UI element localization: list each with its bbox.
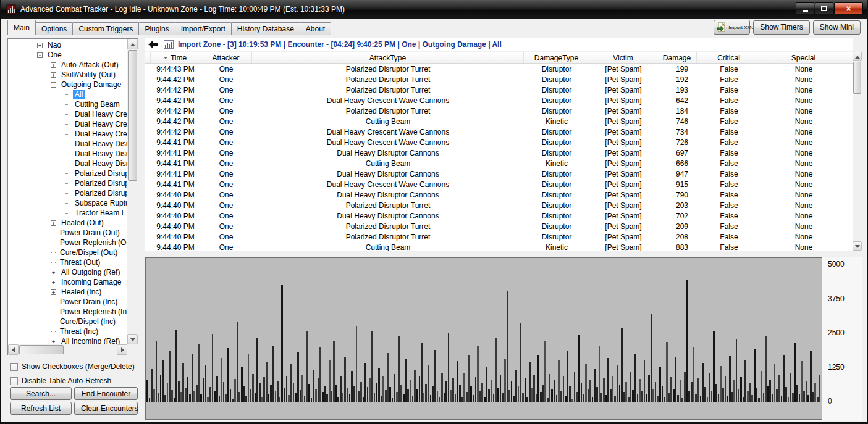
table-row[interactable]: 9:44:40 PMOneDual Heavy Disruptor Cannon… <box>145 189 853 200</box>
titlebar[interactable]: Advanced Combat Tracker - Log Idle - Unk… <box>1 0 867 19</box>
expand-icon[interactable]: + <box>51 220 56 226</box>
tree-item-dual-heavy-disrupt[interactable]: Dual Heavy Disrupt <box>9 139 127 149</box>
tab-custom-triggers[interactable]: Custom Triggers <box>72 22 139 35</box>
tree-item-power-replenish-inc[interactable]: Power Replenish (Inc) <box>9 307 127 317</box>
tree-item-threat-inc[interactable]: Threat (Inc) <box>9 326 127 336</box>
tree-horizontal-scrollbar[interactable] <box>8 344 127 355</box>
checkbox-unchecked-icon[interactable] <box>10 363 18 371</box>
scroll-up-button[interactable] <box>127 39 138 49</box>
tree-item-dual-heavy-cresce[interactable]: Dual Heavy Cresce <box>9 109 127 119</box>
show-timers-button[interactable]: Show Timers <box>753 20 809 35</box>
tree-item-threat-out[interactable]: Threat (Out) <box>9 257 127 267</box>
table-row[interactable]: 9:44:42 PMOneDual Heavy Crescent Wave Ca… <box>145 95 853 106</box>
column-header-time[interactable]: Time <box>151 52 200 63</box>
tree-item-dual-heavy-disrupt[interactable]: Dual Heavy Disrupt <box>9 149 127 159</box>
tree-item-incoming-damage[interactable]: +Incoming Damage <box>9 277 127 287</box>
table-vertical-scrollbar[interactable] <box>853 52 862 251</box>
encounter-graph-icon[interactable] <box>164 39 174 49</box>
clear-encounters-button[interactable]: Clear Encounters <box>74 402 138 415</box>
expand-icon[interactable]: + <box>51 72 56 78</box>
collapse-icon[interactable]: - <box>51 82 56 88</box>
column-header-victim[interactable]: Victim <box>589 52 657 63</box>
end-encounter-button[interactable]: End Encounter <box>74 387 138 400</box>
tree-item-polarized-disruptor[interactable]: Polarized Disruptor <box>9 168 127 178</box>
column-header-attacktype[interactable]: AttackType <box>252 52 524 63</box>
expand-icon[interactable]: + <box>51 62 56 68</box>
table-row[interactable]: 9:44:41 PMOneDual Heavy Disruptor Cannon… <box>145 168 853 179</box>
tree-item-cure-dispel-inc[interactable]: Cure/Dispel (Inc) <box>9 317 127 326</box>
tree-item-all-incoming-ref[interactable]: +All Incoming (Ref) <box>9 336 127 344</box>
tree-item-healed-out[interactable]: +Healed (Out) <box>9 218 127 228</box>
table-row[interactable]: 9:44:40 PMOneDual Heavy Disruptor Cannon… <box>145 210 853 221</box>
scroll-up-button[interactable] <box>853 52 862 61</box>
expand-icon[interactable]: + <box>51 280 56 285</box>
expand-icon[interactable]: + <box>51 289 56 295</box>
import-xml-button[interactable]: Import XML <box>714 20 750 35</box>
tree-item-polarized-disruptor[interactable]: Polarized Disruptor <box>9 178 127 188</box>
tab-history-database[interactable]: History Database <box>231 22 300 35</box>
scroll-down-button[interactable] <box>853 241 862 251</box>
tab-import-export[interactable]: Import/Export <box>175 22 232 35</box>
back-button[interactable] <box>147 39 159 49</box>
show-mini-button[interactable]: Show Mini <box>813 20 861 35</box>
column-header-damage[interactable]: Damage <box>657 52 697 63</box>
scroll-thumb[interactable] <box>853 62 861 94</box>
table-row[interactable]: 9:44:41 PMOneDual Heavy Crescent Wave Ca… <box>145 179 853 189</box>
close-button[interactable]: × <box>834 2 863 14</box>
tree-item-tractor-beam-i[interactable]: Tractor Beam I <box>9 208 127 218</box>
table-row[interactable]: 9:44:42 PMOnePolarized Disruptor TurretD… <box>145 74 853 85</box>
table-row[interactable]: 9:44:41 PMOneDual Heavy Crescent Wave Ca… <box>145 137 853 148</box>
scroll-thumb[interactable] <box>19 345 64 354</box>
tree-item-cure-dispel-out[interactable]: Cure/Dispel (Out) <box>9 247 127 257</box>
tree-item-power-replenish-out[interactable]: Power Replenish (Out) <box>9 238 127 247</box>
search-button[interactable]: Search... <box>10 387 72 400</box>
tree-item-cutting-beam[interactable]: Cutting Beam <box>9 99 127 109</box>
table-row[interactable]: 9:44:42 PMOneCutting BeamKinetic[Pet Spa… <box>145 116 853 127</box>
scroll-left-button[interactable] <box>8 344 19 355</box>
tree-item-power-drain-inc[interactable]: Power Drain (Inc) <box>9 297 127 307</box>
show-checkboxes-option[interactable]: Show Checkboxes (Merge/Delete) <box>10 362 135 371</box>
table-row[interactable]: 9:44:41 PMOneDual Heavy Disruptor Cannon… <box>145 148 853 158</box>
tree-item-subspace-rupture[interactable]: Subspace Rupture <box>9 198 127 208</box>
table-row[interactable]: 9:44:40 PMOnePolarized Disruptor TurretD… <box>145 200 853 210</box>
column-header-critical[interactable]: Critical <box>697 52 761 63</box>
tree-item-dual-heavy-cresce[interactable]: Dual Heavy Cresce <box>9 129 127 139</box>
table-row[interactable]: 9:44:40 PMOneCutting BeamKinetic[Pet Spa… <box>145 242 853 251</box>
table-row[interactable]: 9:44:42 PMOnePolarized Disruptor TurretD… <box>145 106 853 116</box>
tree-item-dual-heavy-cresce[interactable]: Dual Heavy Cresce <box>9 119 127 129</box>
disable-refresh-option[interactable]: Disable Table Auto-Refresh <box>10 376 111 385</box>
tree-item-outgoing-damage[interactable]: -Outgoing Damage <box>9 80 127 89</box>
table-row[interactable]: 9:44:42 PMOneDual Heavy Crescent Wave Ca… <box>145 127 853 137</box>
tree-item-one[interactable]: -One <box>9 50 127 60</box>
table-row[interactable]: 9:44:40 PMOnePolarized Disruptor TurretD… <box>145 231 853 242</box>
tree-vertical-scrollbar[interactable] <box>127 39 138 344</box>
tab-about[interactable]: About <box>300 22 331 35</box>
tree-item-skill-ability-out[interactable]: +Skill/Ability (Out) <box>9 70 127 80</box>
table-row[interactable]: 9:44:40 PMOnePolarized Disruptor TurretD… <box>145 221 853 231</box>
scroll-thumb[interactable] <box>128 50 137 181</box>
tree-item-all[interactable]: All <box>9 89 127 99</box>
maximize-button[interactable] <box>815 2 833 14</box>
column-header-attacker[interactable]: Attacker <box>200 52 252 63</box>
column-header-special[interactable]: Special <box>761 52 846 63</box>
tree-item-dual-heavy-disrupt[interactable]: Dual Heavy Disrupt <box>9 159 127 168</box>
collapse-icon[interactable]: - <box>37 52 43 58</box>
tree-item-power-drain-out[interactable]: Power Drain (Out) <box>9 228 127 238</box>
minimize-button[interactable] <box>796 2 814 14</box>
column-header-damagetype[interactable]: DamageType <box>524 52 589 63</box>
expand-icon[interactable]: + <box>51 339 56 344</box>
table-row[interactable]: 9:44:42 PMOnePolarized Disruptor TurretD… <box>145 85 853 95</box>
tree-item-all-outgoing-ref[interactable]: +All Outgoing (Ref) <box>9 267 127 277</box>
tree-item-auto-attack-out[interactable]: +Auto-Attack (Out) <box>9 60 127 70</box>
tree-item-healed-inc[interactable]: +Healed (Inc) <box>9 287 127 297</box>
expand-icon[interactable]: + <box>37 43 43 48</box>
checkbox-unchecked-icon[interactable] <box>10 377 18 385</box>
refresh-list-button[interactable]: Refresh List <box>10 402 72 415</box>
scroll-down-button[interactable] <box>127 334 138 344</box>
table-row[interactable]: 9:44:43 PMOnePolarized Disruptor TurretD… <box>145 64 853 74</box>
tab-main[interactable]: Main <box>7 20 36 35</box>
table-row[interactable]: 9:44:41 PMOneCutting BeamKinetic[Pet Spa… <box>145 158 853 168</box>
expand-icon[interactable]: + <box>51 270 56 275</box>
tab-options[interactable]: Options <box>35 22 73 35</box>
scroll-right-button[interactable] <box>117 344 127 355</box>
